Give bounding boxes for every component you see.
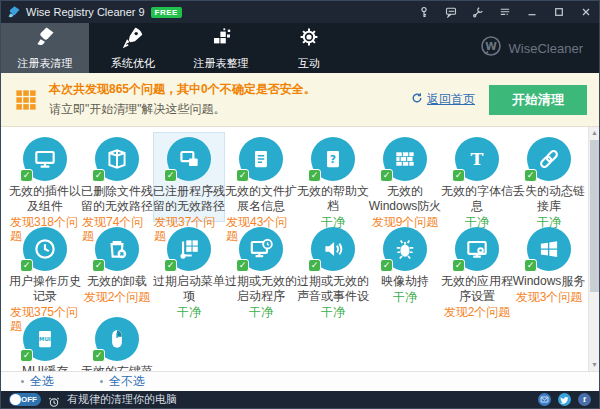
scan-item[interactable]: ✓ 无效的卸载 发现2个问题 — [81, 222, 153, 312]
scan-item[interactable]: ✓ 用户操作历史记录 发现375个问题 — [9, 222, 81, 312]
item-label: 过期或无效的启动程序 — [224, 274, 298, 304]
checkbox-checked-icon[interactable]: ✓ — [20, 349, 33, 362]
scan-item[interactable]: ✓ Windows服务 发现3个问题 — [513, 222, 585, 312]
bullet-icon — [21, 380, 24, 383]
facebook-icon[interactable]: f — [578, 393, 591, 406]
key-icon[interactable] — [410, 1, 437, 23]
scrollbar-thumb[interactable] — [590, 140, 599, 292]
item-icon-wrap: ✓ — [239, 227, 283, 271]
nav-tabs: 注册表清理 系统优化 注册表整理 互动 W WiseCleaner — [1, 23, 599, 73]
item-status: 发现2个问题 — [444, 305, 511, 319]
item-label: 无效的应用程序设置 — [440, 274, 514, 304]
scan-item[interactable]: ✓ 过期启动菜单项 干净 — [153, 222, 225, 312]
select-none-link[interactable]: 全不选 — [100, 373, 145, 390]
toggle-knob — [10, 394, 21, 405]
scan-item[interactable]: ✓ 无效的Windows防火 发现9个问题 — [369, 132, 441, 222]
select-all-link[interactable]: 全选 — [21, 373, 54, 390]
checkbox-checked-icon[interactable]: ✓ — [20, 259, 33, 272]
schedule-toggle[interactable]: OFF — [9, 393, 41, 406]
item-icon-wrap: ✓ — [455, 227, 499, 271]
item-label: Windows服务 — [512, 274, 586, 289]
alert-texts: 本次共发现865个问题，其中0个不确定是否安全。 请立即"开始清理"解决这些问题… — [49, 81, 411, 118]
tab-registry-defrag[interactable]: 注册表整理 — [177, 23, 265, 73]
orange-grid-icon — [15, 89, 37, 111]
email-icon[interactable] — [538, 393, 551, 406]
item-label: 无效的卸载 — [80, 274, 154, 289]
checkbox-checked-icon[interactable]: ✓ — [308, 259, 321, 272]
scan-item[interactable]: ✓ 无效的插件以及组件 发现318个问题 — [9, 132, 81, 222]
scan-item[interactable]: ✓ 过期或无效的启动程序 干净 — [225, 222, 297, 312]
checkbox-checked-icon[interactable]: ✓ — [92, 169, 105, 182]
scan-item[interactable]: ✓ 过期或无效的声音或事件设 干净 — [297, 222, 369, 312]
refresh-icon — [411, 92, 423, 107]
checkbox-checked-icon[interactable]: ✓ — [308, 169, 321, 182]
scan-item[interactable]: ? ✓ 无效的帮助文档 干净 — [297, 132, 369, 222]
twitter-icon[interactable] — [558, 393, 571, 406]
checkbox-checked-icon[interactable]: ✓ — [524, 259, 537, 272]
back-home-link[interactable]: 返回首页 — [411, 91, 475, 108]
blocks-icon — [209, 25, 233, 53]
close-button[interactable] — [572, 1, 599, 23]
checkbox-checked-icon[interactable]: ✓ — [380, 169, 393, 182]
titlebar: Wise Registry Cleaner 9 FREE — [1, 1, 599, 23]
item-label: 映像劫持 — [368, 274, 442, 289]
scan-item[interactable]: ✓ 无效的右键菜单项 — [81, 312, 153, 371]
scan-item[interactable]: ✓ 无效的应用程序设置 发现2个问题 — [441, 222, 513, 312]
checkbox-checked-icon[interactable]: ✓ — [92, 259, 105, 272]
checkbox-checked-icon[interactable]: ✓ — [164, 259, 177, 272]
feedback-icon[interactable] — [437, 1, 464, 23]
scan-item[interactable]: ✓ 已注册程序残留的无效路径 发现37个问题 — [153, 132, 225, 222]
item-status: 干净 — [393, 290, 417, 304]
item-icon-wrap: ✓ — [527, 227, 571, 271]
tools-icon[interactable] — [464, 1, 491, 23]
tab-registry-cleaner[interactable]: 注册表清理 — [1, 23, 89, 73]
checkbox-checked-icon[interactable]: ✓ — [92, 349, 105, 362]
checkbox-checked-icon[interactable]: ✓ — [524, 169, 537, 182]
scan-item[interactable]: ✓ 映像劫持 干净 — [369, 222, 441, 312]
item-label: 无效的字体信息 — [440, 184, 514, 214]
menu-icon[interactable] — [491, 1, 518, 23]
maximize-button[interactable] — [545, 1, 572, 23]
item-label: 无效的插件以及组件 — [8, 184, 82, 214]
item-icon-wrap: ✓ — [311, 227, 355, 271]
item-label: 无效的Windows防火 — [368, 184, 442, 214]
app-window: Wise Registry Cleaner 9 FREE 注册表清理 系统优化 … — [0, 0, 600, 409]
alarm-clock-icon — [48, 394, 60, 406]
checkbox-checked-icon[interactable]: ✓ — [452, 169, 465, 182]
scroll-down-arrow-icon[interactable]: ▼ — [589, 359, 599, 371]
select-none-label: 全不选 — [109, 373, 145, 390]
scrollbar[interactable]: ▲ ▼ — [588, 127, 599, 371]
brand-logo: W WiseCleaner — [479, 23, 583, 73]
schedule-hint-text: 有规律的清理你的电脑 — [67, 392, 177, 407]
item-icon-wrap: ✓ — [167, 137, 211, 181]
item-icon-wrap: ✓ — [23, 227, 67, 271]
item-icon-wrap: ✓ — [23, 137, 67, 181]
item-label: 已删除文件残留的无效路径 — [80, 184, 154, 214]
scan-item[interactable]: ✓ 丢失的动态链接库 干净 — [513, 132, 585, 222]
item-icon-wrap: ✓ — [95, 137, 139, 181]
tab-community[interactable]: 互动 — [265, 23, 353, 73]
selection-links-row: 全选 全不选 — [1, 371, 599, 391]
scan-item[interactable]: ✓ 已删除文件残留的无效路径 发现74个问题 — [81, 132, 153, 222]
item-icon-wrap: MUI ✓ — [23, 317, 67, 361]
checkbox-checked-icon[interactable]: ✓ — [164, 169, 177, 182]
checkbox-checked-icon[interactable]: ✓ — [236, 259, 249, 272]
checkbox-checked-icon[interactable]: ✓ — [236, 169, 249, 182]
brush-icon — [33, 25, 57, 53]
scan-item[interactable]: T ✓ 无效的字体信息 干净 — [441, 132, 513, 222]
scan-items-grid: ✓ 无效的插件以及组件 发现318个问题 ✓ 已删除文件残留的无效路径 发现74… — [1, 127, 599, 371]
item-status: 干净 — [321, 305, 345, 319]
scan-item[interactable]: ✓ 无效的文件扩展名信息 发现43个问题 — [225, 132, 297, 222]
checkbox-checked-icon[interactable]: ✓ — [380, 259, 393, 272]
scroll-up-arrow-icon[interactable]: ▲ — [589, 127, 599, 139]
checkbox-checked-icon[interactable]: ✓ — [452, 259, 465, 272]
select-all-label: 全选 — [30, 373, 54, 390]
item-label: 过期或无效的声音或事件设 — [296, 274, 370, 304]
svg-text:T: T — [471, 149, 484, 169]
tab-system-tuneup[interactable]: 系统优化 — [89, 23, 177, 73]
start-clean-button[interactable]: 开始清理 — [489, 85, 587, 115]
scan-item[interactable]: MUI ✓ MUI缓存 发现2个问题 — [9, 312, 81, 371]
minimize-button[interactable] — [518, 1, 545, 23]
checkbox-checked-icon[interactable]: ✓ — [20, 169, 33, 182]
alert-hint: 请立即"开始清理"解决这些问题。 — [49, 101, 411, 118]
